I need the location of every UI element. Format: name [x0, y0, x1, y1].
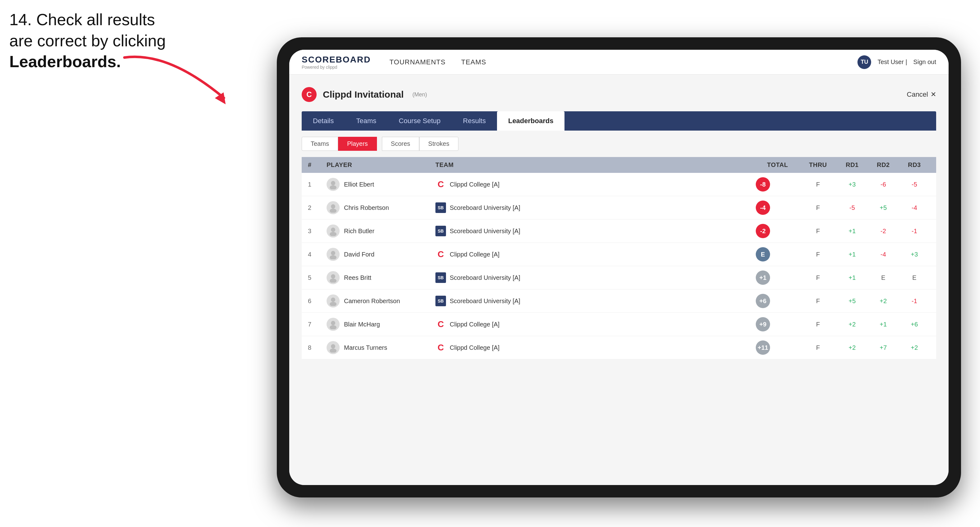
thru-cell: F — [799, 344, 837, 351]
instruction-line3: Leaderboards. — [10, 52, 121, 71]
player-name: Elliot Ebert — [344, 181, 374, 188]
score-badge: +1 — [756, 270, 770, 285]
score-badge: E — [756, 247, 770, 262]
rd2-cell: -6 — [868, 181, 899, 188]
rank-cell: 6 — [308, 298, 326, 305]
team-logo-c: C — [436, 179, 446, 190]
thru-cell: F — [799, 251, 837, 258]
rd1-cell: +2 — [837, 321, 868, 328]
total-cell: +9 — [756, 317, 799, 332]
team-name: Clippd College [A] — [450, 181, 500, 188]
player-cell: Elliot Ebert — [326, 178, 436, 191]
col-thru-header: THRU — [799, 161, 837, 168]
player-avatar — [326, 178, 340, 191]
team-logo-sb: SB — [436, 272, 446, 283]
filter-strokes[interactable]: Strokes — [419, 137, 458, 151]
filter-row: Teams Players Scores Strokes — [302, 137, 936, 151]
tournament-name: Clippd Invitational — [323, 89, 404, 100]
thru-cell: F — [799, 321, 837, 328]
total-cell: +11 — [756, 340, 799, 355]
player-cell: Blair McHarg — [326, 318, 436, 331]
team-name: Scoreboard University [A] — [450, 274, 520, 281]
table-row: 5 Rees Britt SB Scoreboard University [A… — [302, 266, 936, 289]
tab-teams[interactable]: Teams — [345, 111, 388, 130]
rd3-cell: -4 — [899, 204, 930, 211]
player-avatar — [326, 294, 340, 308]
nav-tournaments[interactable]: TOURNAMENTS — [390, 56, 446, 69]
svg-point-14 — [330, 325, 337, 329]
rank-cell: 1 — [308, 181, 326, 188]
thru-cell: F — [799, 298, 837, 305]
rd3-cell: -1 — [899, 228, 930, 235]
instruction-line2: are correct by clicking — [10, 32, 166, 50]
leaderboard-table: 1 Elliot Ebert C Clippd College [A] -8 F… — [302, 173, 936, 359]
score-badge: -4 — [756, 200, 770, 215]
nav-links: TOURNAMENTS TEAMS — [390, 56, 858, 69]
player-avatar — [326, 201, 340, 214]
rd1-cell: +1 — [837, 274, 868, 281]
team-logo-sb: SB — [436, 202, 446, 213]
team-logo-c: C — [436, 342, 446, 353]
tab-leaderboards[interactable]: Leaderboards — [497, 111, 565, 130]
rd3-cell: -1 — [899, 298, 930, 305]
total-cell: -8 — [756, 177, 799, 192]
svg-marker-0 — [215, 90, 231, 105]
thru-cell: F — [799, 181, 837, 188]
team-cell: C Clippd College [A] — [436, 179, 756, 190]
rd2-cell: +7 — [868, 344, 899, 351]
col-team-header: TEAM — [436, 161, 756, 168]
app-navbar: SCOREBOARD Powered by clippd TOURNAMENTS… — [289, 50, 948, 75]
svg-point-12 — [330, 302, 337, 306]
col-rank-header: # — [308, 161, 326, 168]
rd2-cell: +1 — [868, 321, 899, 328]
rd2-cell: E — [868, 274, 899, 281]
rd1-cell: +1 — [837, 228, 868, 235]
rd2-cell: -4 — [868, 251, 899, 258]
tournament-title-area: C Clippd Invitational (Men) — [302, 87, 427, 102]
player-cell: Marcus Turners — [326, 341, 436, 354]
filter-scores[interactable]: Scores — [382, 137, 419, 151]
svg-point-10 — [330, 279, 337, 283]
rd3-cell: +2 — [899, 344, 930, 351]
svg-point-4 — [330, 209, 337, 213]
svg-point-3 — [331, 204, 335, 209]
thru-cell: F — [799, 274, 837, 281]
rd3-cell: +3 — [899, 251, 930, 258]
filter-players[interactable]: Players — [338, 137, 377, 151]
score-badge: -8 — [756, 177, 770, 192]
tab-details[interactable]: Details — [302, 111, 345, 130]
table-row: 3 Rich Butler SB Scoreboard University [… — [302, 219, 936, 243]
tab-results[interactable]: Results — [452, 111, 497, 130]
sign-out-link[interactable]: Sign out — [913, 59, 936, 66]
thru-cell: F — [799, 228, 837, 235]
team-cell: SB Scoreboard University [A] — [436, 272, 756, 283]
instruction-text: 14. Check all results are correct by cli… — [10, 10, 190, 73]
filter-teams[interactable]: Teams — [302, 137, 338, 151]
team-cell: C Clippd College [A] — [436, 342, 756, 353]
tab-course-setup[interactable]: Course Setup — [388, 111, 452, 130]
team-logo-sb: SB — [436, 226, 446, 236]
tournament-icon: C — [302, 87, 317, 102]
team-name: Clippd College [A] — [450, 251, 500, 258]
nav-teams[interactable]: TEAMS — [461, 56, 487, 69]
team-cell: C Clippd College [A] — [436, 319, 756, 330]
rank-cell: 4 — [308, 251, 326, 258]
total-cell: +1 — [756, 270, 799, 285]
total-cell: +6 — [756, 294, 799, 308]
team-cell: C Clippd College [A] — [436, 249, 756, 260]
rd2-cell: +2 — [868, 298, 899, 305]
col-rd1-header: RD1 — [837, 161, 868, 168]
team-name: Scoreboard University [A] — [450, 298, 520, 305]
rank-cell: 3 — [308, 228, 326, 235]
player-name: Rich Butler — [344, 228, 374, 235]
team-cell: SB Scoreboard University [A] — [436, 296, 756, 306]
col-rd2-header: RD2 — [868, 161, 899, 168]
team-cell: SB Scoreboard University [A] — [436, 226, 756, 236]
rd3-cell: E — [899, 274, 930, 281]
player-cell: Rich Butler — [326, 224, 436, 238]
svg-point-7 — [331, 251, 335, 255]
cancel-button[interactable]: Cancel ✕ — [907, 90, 936, 98]
rank-cell: 7 — [308, 321, 326, 328]
rd1-cell: +2 — [837, 344, 868, 351]
team-logo-c: C — [436, 249, 446, 260]
